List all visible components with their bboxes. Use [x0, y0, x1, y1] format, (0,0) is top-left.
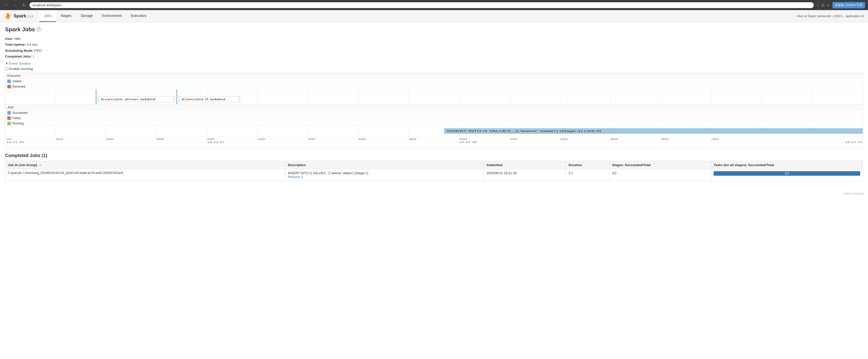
enable-zoom-checkbox[interactable]: [5, 67, 8, 71]
browser-actions: ☆ ◫ ☺: [816, 3, 830, 7]
svg-text:600: 600: [358, 138, 366, 140]
app-navbar: Spark 2.3.2 Jobs Stages Storage Environm…: [0, 10, 868, 22]
svg-text:400: 400: [56, 138, 63, 140]
tab-jobs[interactable]: Jobs: [39, 10, 56, 22]
forward-button[interactable]: →: [12, 2, 19, 8]
svg-text:000: 000: [459, 138, 467, 140]
added-label: Added: [12, 80, 21, 83]
tasks-cell: 2/2: [711, 169, 863, 181]
uptime-label: Total Uptime:: [5, 43, 26, 47]
svg-marker-0: [5, 12, 11, 20]
spark-logo-area: Spark 2.3.2: [13, 13, 33, 19]
succeeded-label: Succeeded: [12, 111, 28, 115]
footer-text: ©2018 中科院技术: [843, 192, 864, 195]
browser-chrome: ← → ↻ localhost:4040/jobs/ ☆ ◫ ☺ 有新版 Chr…: [0, 0, 868, 10]
timeline-toggle[interactable]: ▼ Event Timeline: [5, 62, 863, 65]
svg-text:200: 200: [257, 138, 265, 140]
svg-text:200: 200: [510, 138, 517, 140]
table-row: 0 (queryId = shenxiang_20240615162134_b2…: [5, 169, 863, 181]
stages-cell: 2/2: [610, 169, 711, 181]
executor-timeline-svg: Executor driver added Executor 0 added: [5, 89, 863, 105]
duration-cell: 2 s: [566, 169, 610, 181]
svg-text:Executor driver added: Executor driver added: [101, 98, 155, 101]
svg-text:800: 800: [661, 138, 669, 140]
bookmark-icon[interactable]: ☆: [816, 3, 819, 7]
job-id-cell: 0 (queryId = shenxiang_20240615162134_b2…: [5, 169, 285, 181]
reducer-link[interactable]: Reducer 2: [288, 175, 303, 179]
svg-text:000: 000: [711, 138, 719, 140]
svg-text:INSERT INTO t1 VALUES...2,'twe: INSERT INTO t1 VALUES...2,'twelve','dali…: [446, 129, 601, 133]
col-stages: Stages: Succeeded/Total: [610, 161, 711, 169]
failed-label: Failed: [12, 116, 21, 120]
event-timeline-section: ▼ Event Timeline Enable zooming Executor…: [5, 62, 863, 148]
col-submitted: Submitted: [484, 161, 566, 169]
scheduling-label: Scheduling Mode:: [5, 49, 33, 53]
svg-text:000: 000: [207, 138, 215, 140]
running-legend-row: Running: [5, 121, 863, 126]
back-button[interactable]: ←: [3, 2, 9, 8]
spark-logo: Spark 2.3.2: [4, 12, 33, 20]
timeline-chart: Executors Added Removed: [5, 73, 863, 148]
jobs-table-body: 0 (queryId = shenxiang_20240615162134_b2…: [5, 169, 863, 181]
url-text: localhost:4040/jobs/: [33, 3, 62, 7]
user-row: User: hdfs: [5, 36, 863, 42]
tab-environment[interactable]: Environment: [97, 10, 126, 22]
svg-text:16:21:38: 16:21:38: [459, 141, 477, 143]
executors-section-label: Executors: [5, 73, 863, 79]
jobs-table-header: Job Id (Job Group) ▼ Description Submitt…: [5, 161, 863, 169]
removed-label: Removed: [12, 85, 25, 88]
account-icon[interactable]: ☺: [827, 3, 830, 7]
svg-text:16:21:41: 16:21:41: [845, 141, 863, 143]
added-legend-box: [7, 80, 11, 83]
removed-legend-box: [7, 85, 11, 88]
added-legend-row: Added: [5, 79, 863, 84]
spark-version: 2.3.2: [27, 15, 33, 18]
failed-legend-box: [7, 116, 11, 120]
description-cell: INSERT INTO t1 VALUES...2,'twelve','dali…: [285, 169, 484, 181]
col-tasks: Tasks (for all stages): Succeeded/Total: [711, 161, 863, 169]
main-content: Spark Jobs ? User: hdfs Total Uptime: 4.…: [0, 22, 868, 185]
user-label: User:: [5, 37, 13, 40]
main-nav: Jobs Stages Storage Environment Executor…: [39, 10, 151, 22]
tab-storage[interactable]: Storage: [76, 10, 97, 22]
running-legend-box: [7, 122, 11, 125]
time-axis: 00 400 600 800 16:21:36 000 200 400 600 …: [5, 136, 863, 148]
col-job-id[interactable]: Job Id (Job Group) ▼: [5, 161, 285, 169]
succeeded-legend-row: Succeeded: [5, 110, 863, 116]
app-session-info: Hive on Spark (sessionId = c0b13... appl…: [797, 15, 864, 18]
completed-jobs-link[interactable]: 1: [33, 55, 34, 58]
svg-text:600: 600: [611, 138, 618, 140]
running-label: Running: [12, 122, 24, 125]
completed-jobs-row: Completed Jobs: 1: [5, 54, 863, 59]
svg-text:16:21:37: 16:21:37: [207, 141, 225, 143]
reload-button[interactable]: ↻: [21, 2, 27, 8]
description-line1: INSERT INTO t1 VALUES...2,'twelve','dali…: [288, 171, 481, 175]
svg-text:16:21:36: 16:21:36: [6, 141, 24, 143]
page-footer: ©2018 中科院技术: [0, 190, 868, 198]
address-bar[interactable]: localhost:4040/jobs/: [30, 2, 814, 8]
enable-zoom-label[interactable]: Enable zooming: [5, 67, 863, 71]
svg-text:Executor 0 added: Executor 0 added: [182, 98, 225, 101]
jobs-timeline-area: INSERT INTO t1 VALUES...2,'twelve','dali…: [5, 126, 863, 136]
executor-timeline-area: Executor driver added Executor 0 added: [5, 89, 863, 105]
removed-legend-row: Removed: [5, 84, 863, 89]
tab-stages[interactable]: Stages: [56, 10, 76, 22]
jobs-section-label: Jobs: [5, 105, 863, 110]
jobs-table: Job Id (Job Group) ▼ Description Submitt…: [5, 161, 863, 181]
svg-text:400: 400: [560, 138, 568, 140]
completed-jobs-section: Completed Jobs (1) Job Id (Job Group) ▼ …: [5, 153, 863, 181]
help-badge[interactable]: ?: [37, 27, 41, 32]
chrome-update-button[interactable]: 有新版 Chrome 可用: [832, 2, 865, 8]
table-header-row: Job Id (Job Group) ▼ Description Submitt…: [5, 161, 863, 169]
tab-executors[interactable]: Executors: [126, 10, 151, 22]
uptime-row: Total Uptime: 4.4 min: [5, 42, 863, 48]
page-title-area: Spark Jobs ?: [5, 26, 863, 33]
user-value: hdfs: [14, 37, 21, 40]
meta-info: User: hdfs Total Uptime: 4.4 min Schedul…: [5, 36, 863, 60]
sort-arrow-job-id: ▼: [39, 164, 41, 167]
extensions-icon[interactable]: ◫: [822, 3, 825, 7]
svg-text:600: 600: [106, 138, 114, 140]
succeeded-legend-box: [7, 111, 11, 115]
jobs-timeline-svg: INSERT INTO t1 VALUES...2,'twelve','dali…: [5, 126, 863, 136]
page-title-text: Spark Jobs: [5, 26, 35, 33]
